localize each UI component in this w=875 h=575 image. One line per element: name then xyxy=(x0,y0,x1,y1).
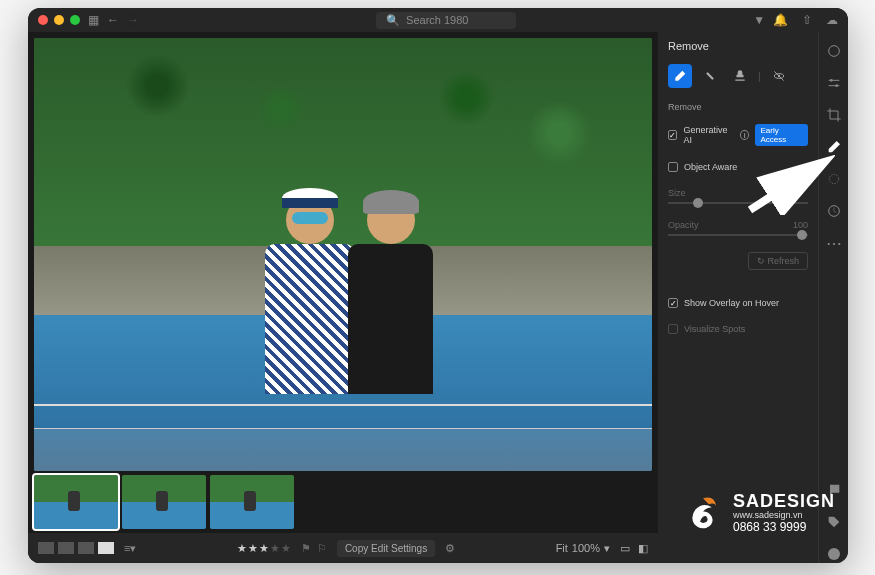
star-icon[interactable]: ★ xyxy=(237,542,247,555)
show-overlay-row: Show Overlay on Hover xyxy=(668,298,808,308)
star-icon[interactable]: ★ xyxy=(281,542,291,555)
copy-edit-settings-button[interactable]: Copy Edit Settings xyxy=(337,540,435,557)
app-window: ▦ ← → 🔍 Search 1980 ▼ 🔔 ⇧ ☁ xyxy=(28,8,848,563)
close-window-button[interactable] xyxy=(38,15,48,25)
zoom-value: 100% xyxy=(572,542,600,554)
edit-rail-button[interactable] xyxy=(825,42,843,60)
redeye-tool-button[interactable] xyxy=(767,64,791,88)
object-aware-checkbox[interactable] xyxy=(668,162,678,172)
keywords-rail-button[interactable] xyxy=(825,513,843,531)
grid-view-icon[interactable]: ▦ xyxy=(88,13,99,27)
view-mode-grid-button[interactable] xyxy=(38,542,54,554)
bottom-toolbar: ≡▾ ★ ★ ★ ★ ★ ⚑ ⚐ Copy Edit Settings ⚙ xyxy=(28,533,658,563)
cloud-icon[interactable]: ☁ xyxy=(826,13,838,27)
generative-ai-checkbox[interactable] xyxy=(668,130,677,140)
clone-tool-button[interactable] xyxy=(728,64,752,88)
thumbnail[interactable] xyxy=(210,475,294,529)
heal-tool-button[interactable] xyxy=(698,64,722,88)
palette-icon xyxy=(826,43,842,59)
bell-icon[interactable]: 🔔 xyxy=(773,13,788,27)
mode-subhead: Remove xyxy=(668,102,808,112)
mask-icon xyxy=(826,171,842,187)
eraser-tool-button[interactable] xyxy=(668,64,692,88)
before-after-icon[interactable]: ◧ xyxy=(638,542,648,555)
healing-rail-button[interactable] xyxy=(825,138,843,156)
svg-line-3 xyxy=(774,71,783,80)
zoom-control[interactable]: Fit 100% ▾ xyxy=(556,542,610,555)
window-controls xyxy=(38,15,80,25)
heal-tool-row: | xyxy=(668,64,808,88)
canvas-area: ≡▾ ★ ★ ★ ★ ★ ⚑ ⚐ Copy Edit Settings ⚙ xyxy=(28,32,658,563)
eraser-icon xyxy=(826,139,842,155)
flag-pick-icon[interactable]: ⚑ xyxy=(301,542,311,555)
chevron-down-icon: ▾ xyxy=(604,542,610,555)
adjust-rail-button[interactable] xyxy=(825,74,843,92)
size-label: Size xyxy=(668,188,686,198)
presets-rail-button[interactable] xyxy=(825,202,843,220)
histogram-icon[interactable]: ▭ xyxy=(620,542,630,555)
forward-arrow-icon[interactable]: → xyxy=(127,13,139,27)
filter-icon[interactable]: ▼ xyxy=(753,13,765,27)
size-slider-row: Size xyxy=(668,188,808,204)
view-mode-switcher xyxy=(38,542,114,554)
maximize-window-button[interactable] xyxy=(70,15,80,25)
clock-icon xyxy=(826,203,842,219)
visualize-spots-checkbox[interactable] xyxy=(668,324,678,334)
svg-point-7 xyxy=(829,174,838,183)
sliders-icon xyxy=(826,75,842,91)
generative-ai-row: Generative AI i Early Access xyxy=(668,124,808,146)
share-icon[interactable]: ⇧ xyxy=(802,13,812,27)
opacity-label: Opacity xyxy=(668,220,699,230)
gear-icon[interactable]: ⚙ xyxy=(445,542,455,555)
back-arrow-icon[interactable]: ← xyxy=(107,13,119,27)
show-overlay-checkbox[interactable] xyxy=(668,298,678,308)
info-rail-button[interactable] xyxy=(825,545,843,563)
flag-controls: ⚑ ⚐ xyxy=(301,542,327,555)
remove-panel: Remove | Remove Generative AI xyxy=(658,32,818,563)
comment-icon xyxy=(826,482,842,498)
search-icon: 🔍 xyxy=(386,14,400,27)
photo-canvas[interactable] xyxy=(34,38,652,471)
comments-rail-button[interactable] xyxy=(825,481,843,499)
star-icon[interactable]: ★ xyxy=(259,542,269,555)
star-icon[interactable]: ★ xyxy=(270,542,280,555)
titlebar: ▦ ← → 🔍 Search 1980 ▼ 🔔 ⇧ ☁ xyxy=(28,8,848,32)
sort-menu-icon[interactable]: ≡▾ xyxy=(124,542,136,555)
more-rail-button[interactable]: ⋯ xyxy=(825,234,843,252)
object-aware-row: Object Aware xyxy=(668,162,808,172)
refresh-button[interactable]: ↻ Refresh xyxy=(748,252,808,270)
minimize-window-button[interactable] xyxy=(54,15,64,25)
show-overlay-label: Show Overlay on Hover xyxy=(684,298,779,308)
eye-icon xyxy=(772,69,786,83)
view-mode-compare-button[interactable] xyxy=(78,542,94,554)
svg-point-6 xyxy=(835,84,838,87)
ellipsis-icon: ⋯ xyxy=(826,234,842,253)
size-slider[interactable] xyxy=(668,202,808,204)
photo-subject-2 xyxy=(331,196,451,436)
object-aware-label: Object Aware xyxy=(684,162,737,172)
star-rating[interactable]: ★ ★ ★ ★ ★ xyxy=(237,542,291,555)
svg-rect-0 xyxy=(706,72,714,80)
view-mode-single-button[interactable] xyxy=(98,542,114,554)
thumbnail[interactable] xyxy=(34,475,118,529)
view-mode-grid2-button[interactable] xyxy=(58,542,74,554)
filmstrip xyxy=(28,471,658,533)
search-input[interactable]: 🔍 Search 1980 xyxy=(376,12,516,29)
svg-point-5 xyxy=(830,79,833,82)
eraser-icon xyxy=(673,69,687,83)
visualize-spots-label: Visualize Spots xyxy=(684,324,745,334)
search-placeholder: Search 1980 xyxy=(406,14,468,26)
tag-icon xyxy=(826,514,842,530)
info-icon[interactable]: i xyxy=(740,130,749,140)
opacity-slider-row: Opacity100 xyxy=(668,220,808,236)
visualize-spots-row: Visualize Spots xyxy=(668,324,808,334)
bandage-icon xyxy=(703,69,717,83)
masking-rail-button[interactable] xyxy=(825,170,843,188)
info-icon xyxy=(826,546,842,562)
crop-rail-button[interactable] xyxy=(825,106,843,124)
star-icon[interactable]: ★ xyxy=(248,542,258,555)
flag-reject-icon[interactable]: ⚐ xyxy=(317,542,327,555)
thumbnail[interactable] xyxy=(122,475,206,529)
opacity-slider[interactable] xyxy=(668,234,808,236)
stamp-icon xyxy=(733,69,747,83)
